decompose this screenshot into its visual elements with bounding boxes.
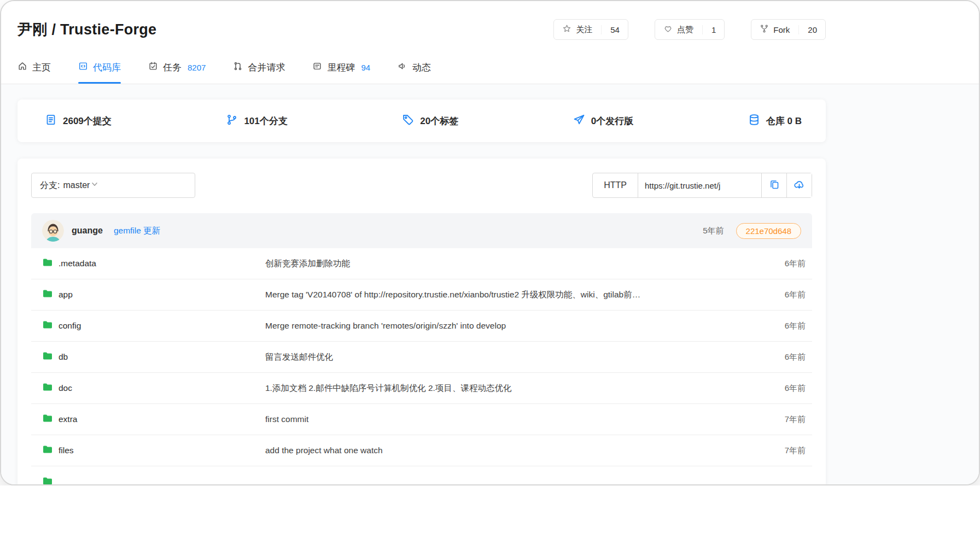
file-name[interactable]: db [59, 352, 68, 362]
watch-count: 54 [601, 25, 620, 34]
task-count-badge: 8207 [188, 63, 206, 72]
file-commit-time: 6年前 [765, 321, 806, 331]
folder-icon [42, 413, 53, 426]
copy-url-button[interactable] [761, 173, 786, 197]
file-commit-time: 6年前 [765, 383, 806, 394]
stat-commits[interactable]: 2609个提交 [45, 114, 112, 128]
file-row[interactable]: doc 1.添加文档 2.邮件中缺陷序号计算机制优化 2.项目、课程动态优化 6… [31, 373, 812, 404]
page-body: 2609个提交 101个分支 20个标签 0个发行版 [1, 84, 979, 485]
task-icon [148, 61, 158, 74]
file-name[interactable]: doc [59, 383, 72, 393]
praise-button[interactable]: 点赞 1 [655, 19, 725, 40]
tab-label: 任务 [163, 61, 182, 74]
file-commit-message[interactable]: 1.添加文档 2.邮件中缺陷序号计算机制优化 2.项目、课程动态优化 [265, 383, 765, 394]
commit-hash-badge[interactable]: 221e70d648 [736, 223, 801, 239]
tab-label: 里程碑 [327, 61, 355, 74]
branch-value: master [63, 180, 90, 190]
milestone-count-badge: 94 [361, 63, 370, 72]
activity-icon [398, 61, 407, 74]
download-button[interactable] [786, 173, 812, 197]
heart-icon [663, 24, 677, 35]
stat-label: 2609个提交 [63, 115, 112, 127]
tab-milestones[interactable]: 里程碑 94 [312, 61, 370, 84]
folder-icon [42, 319, 53, 332]
file-commit-message[interactable]: Merge remote-tracking branch 'remotes/or… [265, 321, 765, 331]
commit-message-link[interactable]: gemfile 更新 [114, 225, 160, 237]
file-name[interactable]: app [59, 290, 73, 300]
star-icon [562, 24, 576, 35]
fork-count: 20 [798, 25, 817, 34]
stat-releases[interactable]: 0个发行版 [573, 114, 633, 128]
clone-protocol-button[interactable]: HTTP [593, 173, 638, 197]
file-table: guange gemfile 更新 5年前 221e70d648 .metada… [31, 213, 812, 485]
stat-label: 101个分支 [244, 115, 287, 127]
database-icon [748, 114, 760, 128]
avatar[interactable] [42, 220, 64, 242]
praise-label: 点赞 [677, 25, 693, 35]
file-row[interactable]: .metadata 创新竞赛添加删除功能 6年前 [31, 248, 812, 279]
file-commit-time: 7年前 [765, 446, 806, 456]
copy-icon [769, 179, 780, 192]
fork-label: Fork [773, 25, 790, 34]
fork-icon [760, 24, 773, 35]
file-row[interactable]: db 留言发送邮件优化 6年前 [31, 342, 812, 373]
commit-icon [45, 114, 57, 128]
repo-files-card: 分支: master HTTP [18, 159, 826, 485]
release-icon [573, 114, 585, 128]
merge-request-icon [233, 61, 243, 74]
stat-repo-size[interactable]: 仓库 0 B [748, 114, 802, 128]
folder-icon [42, 444, 53, 457]
tab-merge-requests[interactable]: 合并请求 [233, 61, 285, 84]
tab-activity[interactable]: 动态 [398, 61, 431, 84]
watch-label: 关注 [576, 25, 592, 35]
stat-tags[interactable]: 20个标签 [402, 114, 458, 128]
file-row-partial[interactable] [31, 466, 812, 485]
repo-actions: 关注 54 点赞 1 Fork [553, 19, 826, 40]
file-name[interactable]: config [59, 321, 81, 331]
folder-icon [42, 382, 53, 395]
repo-header: 尹刚 / Trustie-Forge 关注 54 点赞 [1, 1, 979, 84]
folder-icon [42, 476, 53, 486]
file-commit-message[interactable]: Merge tag 'V20140708' of http://reposito… [265, 289, 765, 301]
folder-icon [42, 288, 53, 301]
watch-button[interactable]: 关注 54 [553, 19, 628, 40]
file-commit-message[interactable]: first commit [265, 414, 765, 424]
file-row[interactable]: config Merge remote-tracking branch 'rem… [31, 311, 812, 342]
repo-toolbar: 分支: master HTTP [18, 173, 826, 198]
tab-label: 代码库 [93, 61, 121, 74]
clone-url-input[interactable] [638, 173, 761, 197]
file-commit-time: 7年前 [765, 414, 806, 425]
file-name[interactable]: .metadata [59, 259, 96, 268]
stat-branches[interactable]: 101个分支 [226, 114, 287, 128]
file-commit-time: 6年前 [765, 352, 806, 362]
branch-selector[interactable]: 分支: master [31, 173, 195, 198]
tab-home[interactable]: 主页 [18, 61, 51, 84]
tab-bar: 主页 代码库 任务 8207 [18, 61, 826, 84]
file-row[interactable]: files add the project what one watch 7年前 [31, 435, 812, 466]
folder-icon [42, 257, 53, 270]
fork-button[interactable]: Fork 20 [751, 19, 826, 40]
praise-count: 1 [702, 25, 716, 34]
file-row[interactable]: extra first commit 7年前 [31, 404, 812, 435]
file-commit-time: 6年前 [765, 290, 806, 300]
repo-icon [78, 61, 88, 74]
file-commit-message[interactable]: add the project what one watch [265, 446, 765, 455]
tab-label: 合并请求 [248, 61, 285, 74]
file-commit-message[interactable]: 创新竞赛添加删除功能 [265, 258, 765, 270]
milestone-icon [312, 61, 322, 74]
tab-label: 主页 [32, 61, 51, 74]
file-name[interactable]: extra [59, 414, 77, 424]
file-commit-time: 6年前 [765, 259, 806, 269]
cloud-download-icon [794, 179, 805, 192]
tab-tasks[interactable]: 任务 8207 [148, 61, 206, 84]
tab-repository[interactable]: 代码库 [78, 61, 121, 84]
page-title: 尹刚 / Trustie-Forge [18, 20, 156, 39]
commit-author[interactable]: guange [72, 226, 103, 236]
file-row[interactable]: app Merge tag 'V20140708' of http://repo… [31, 279, 812, 311]
commit-time: 5年前 [703, 226, 724, 236]
file-commit-message[interactable]: 留言发送邮件优化 [265, 352, 765, 363]
folder-icon [42, 350, 53, 364]
file-name[interactable]: files [59, 446, 74, 455]
home-icon [18, 61, 27, 74]
stat-label: 仓库 0 B [766, 115, 802, 127]
